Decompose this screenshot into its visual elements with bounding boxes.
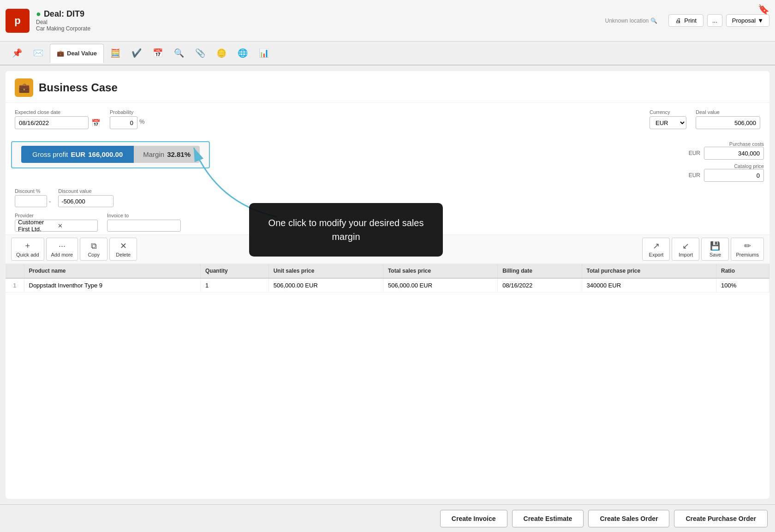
- expected-close-date-label: Expected close date: [15, 109, 101, 115]
- calendar-icon[interactable]: 📅: [91, 119, 101, 127]
- tab-coins[interactable]: 🪙: [212, 43, 231, 63]
- discount-pct-input[interactable]: [15, 195, 47, 207]
- row-num: 1: [6, 278, 24, 293]
- plus-icon: +: [25, 241, 30, 251]
- tab-calc[interactable]: 🧮: [106, 43, 125, 63]
- top-form-row: Expected close date 📅 Probability % Curr…: [15, 109, 760, 129]
- currency-select[interactable]: EUR USD GBP: [650, 116, 686, 129]
- save-button[interactable]: 💾 Save: [701, 238, 729, 261]
- discount-value-input[interactable]: [58, 195, 113, 207]
- import-button[interactable]: ↙ Import: [672, 238, 699, 261]
- tabbar: 📌 ✉️ 💼 Deal Value 🧮 ✔️ 📅 🔍 📎 🪙 🌐 📊: [0, 42, 775, 66]
- create-invoice-button[interactable]: Create Invoice: [440, 510, 507, 527]
- form-area: Expected close date 📅 Probability % Curr…: [6, 103, 769, 141]
- purchase-costs-label: Purchase costs: [689, 141, 764, 147]
- premiums-icon: ✏: [744, 241, 751, 251]
- discount-pct-group: Discount % -: [15, 188, 51, 207]
- toolbar-right: ↗ Export ↙ Import 💾 Save ✏ Premiums: [642, 238, 764, 261]
- header-title-group: ● Deal: DIT9 Deal Car Making Corporate: [36, 9, 90, 32]
- deal-value-input[interactable]: [696, 116, 760, 129]
- save-label: Save: [709, 252, 721, 257]
- delete-button[interactable]: ✕ Delete: [109, 238, 137, 261]
- catalog-price-input[interactable]: [704, 169, 764, 182]
- gp-section: Gross profit EUR 166,000.00 Margin 32.81…: [11, 141, 210, 168]
- catalog-price-label: Catalog price: [689, 163, 764, 169]
- briefcase-icon: 💼: [57, 50, 64, 57]
- header: p ● Deal: DIT9 Deal Car Making Corporate…: [0, 0, 775, 42]
- print-button[interactable]: 🖨 Print: [668, 14, 703, 27]
- discount-dash: -: [49, 198, 51, 205]
- bc-header: 💼 Business Case: [6, 71, 769, 103]
- proposal-button[interactable]: Proposal ▼: [726, 14, 769, 27]
- gross-profit-button[interactable]: Gross profit EUR 166,000.00: [21, 146, 134, 163]
- copy-button[interactable]: ⧉ Copy: [80, 238, 107, 261]
- delete-label: Delete: [116, 252, 131, 257]
- col-product-name: Product name: [24, 264, 201, 278]
- export-icon: ↗: [653, 241, 660, 251]
- logo-letter: p: [14, 15, 20, 27]
- tab-deal-value[interactable]: 💼 Deal Value: [50, 44, 104, 63]
- tab-search[interactable]: 🔍: [169, 43, 189, 63]
- row-total-purchase: 340000 EUR: [582, 278, 716, 293]
- add-more-button[interactable]: ··· Add more: [46, 238, 78, 261]
- row-unit-sales: 506,000.00 EUR: [268, 278, 383, 293]
- logo: p: [6, 9, 30, 33]
- margin-button[interactable]: Margin 32.81%: [134, 146, 200, 163]
- quick-add-button[interactable]: + Quick add: [11, 238, 44, 261]
- create-estimate-button[interactable]: Create Estimate: [512, 510, 584, 527]
- provider-input-wrap: Customer First Ltd. ✕: [15, 220, 98, 232]
- bc-icon: 💼: [15, 78, 33, 97]
- expected-close-date-input[interactable]: [15, 116, 89, 129]
- provider-value: Customer First Ltd.: [18, 219, 55, 233]
- row-billing-date: 08/16/2022: [498, 278, 582, 293]
- col-billing-date: Billing date: [498, 264, 582, 278]
- tab-mail[interactable]: ✉️: [29, 43, 48, 63]
- deal-name: ● Deal: DIT9: [36, 9, 90, 19]
- gp-bar-wrapper: Gross profit EUR 166,000.00 Margin 32.81…: [21, 146, 200, 163]
- invoice-to-input[interactable]: [107, 220, 181, 232]
- header-right: Unknown location 🔍 🖨 Print ... Proposal …: [605, 14, 770, 27]
- probability-input[interactable]: [110, 116, 137, 129]
- purchase-costs-eur: EUR: [689, 150, 700, 156]
- tab-calendar[interactable]: 📅: [148, 43, 167, 63]
- save-icon: 💾: [710, 241, 720, 251]
- row-quantity: 1: [201, 278, 269, 293]
- tab-globe[interactable]: 🌐: [233, 43, 252, 63]
- main-content: 💼 Business Case Expected close date 📅 Pr…: [6, 71, 769, 499]
- tab-check[interactable]: ✔️: [127, 43, 146, 63]
- tab-pin[interactable]: 📌: [7, 43, 27, 63]
- provider-clear-button[interactable]: ✕: [58, 222, 95, 229]
- deal-value-label: Deal value: [696, 109, 760, 115]
- tab-clip[interactable]: 📎: [191, 43, 210, 63]
- table-header-row: Product name Quantity Unit sales price T…: [6, 264, 769, 278]
- catalog-price-row: EUR: [689, 169, 764, 182]
- import-icon: ↙: [682, 241, 689, 251]
- deal-value-group: Deal value: [696, 109, 760, 129]
- printer-icon: 🖨: [675, 17, 681, 24]
- table-wrap: Product name Quantity Unit sales price T…: [6, 264, 769, 499]
- invoice-to-group: Invoice to: [107, 213, 181, 232]
- bookmark-icon[interactable]: 🔖: [758, 4, 769, 15]
- gross-profit-currency: EUR: [71, 150, 86, 158]
- copy-icon: ⧉: [91, 241, 97, 251]
- bottom-bar: Create Invoice Create Estimate Create Sa…: [0, 504, 775, 532]
- purchase-costs-input[interactable]: [704, 147, 764, 160]
- add-more-label: Add more: [51, 252, 73, 257]
- create-sales-order-button[interactable]: Create Sales Order: [588, 510, 669, 527]
- quick-add-label: Quick add: [16, 252, 39, 257]
- dots-icon: ···: [59, 241, 66, 251]
- toolbar: + Quick add ··· Add more ⧉ Copy ✕ Delete…: [6, 234, 769, 264]
- export-button[interactable]: ↗ Export: [642, 238, 670, 261]
- probability-pct: %: [139, 118, 145, 125]
- premiums-button[interactable]: ✏ Premiums: [731, 238, 764, 261]
- row-ratio: 100%: [716, 278, 769, 293]
- discount-section: Discount % - Discount value: [6, 185, 769, 210]
- products-table: Product name Quantity Unit sales price T…: [6, 264, 769, 293]
- tab-chart[interactable]: 📊: [254, 43, 274, 63]
- deal-status-dot: ●: [36, 9, 41, 19]
- more-options-button[interactable]: ...: [707, 14, 722, 27]
- location-label: Unknown location 🔍: [605, 18, 658, 24]
- create-purchase-order-button[interactable]: Create Purchase Order: [674, 510, 768, 527]
- currency-group: Currency EUR USD GBP: [650, 109, 686, 129]
- costs-right: Purchase costs EUR Catalog price EUR: [689, 141, 764, 182]
